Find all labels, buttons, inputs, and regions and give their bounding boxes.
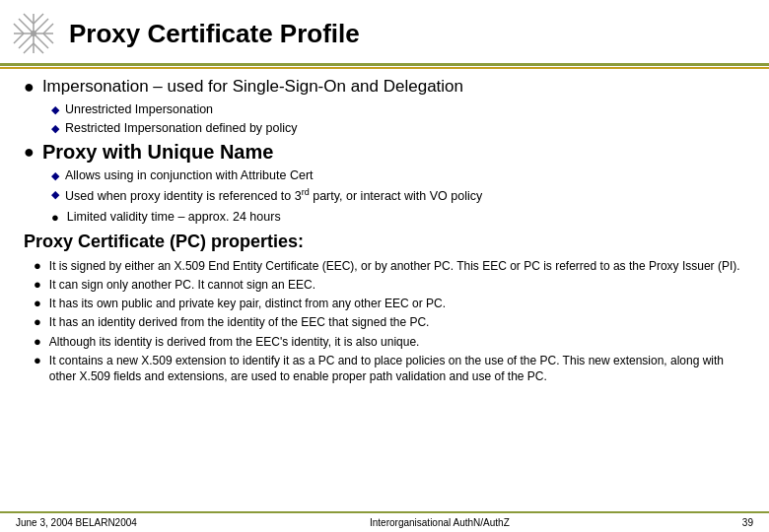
svg-line-5 (34, 14, 43, 24)
slide-footer: June 3, 2004 BELARN2004 Interorganisatio… (0, 511, 769, 532)
pc-bullet-icon-2: ● (34, 296, 41, 311)
svg-line-7 (14, 33, 24, 43)
sub-text-used-when: Used when proxy identity is referenced t… (65, 186, 482, 205)
bullet-icon-1: ● (24, 77, 35, 98)
proxy-subbullets: ◆ Allows using in conjunction with Attri… (51, 167, 745, 205)
pc-item-text-2: It has its own public and private key pa… (49, 296, 446, 311)
limited-validity-bullet: ● Limited validity time – approx. 24 hou… (51, 209, 745, 226)
pc-bullet-icon-5: ● (34, 353, 41, 368)
pc-item-2: ● It has its own public and private key … (34, 296, 745, 311)
bullet-impersonation-text: Impersonation – used for Single-Sign-On … (42, 76, 463, 98)
sub-text-unrestricted: Unrestricted Impersonation (65, 101, 213, 118)
svg-line-11 (43, 33, 53, 43)
pc-item-4: ● Although its identity is derived from … (34, 334, 745, 350)
bullet-impersonation: ● Impersonation – used for Single-Sign-O… (24, 76, 745, 98)
impersonation-subbullets: ◆ Unrestricted Impersonation ◆ Restricte… (51, 101, 745, 137)
pc-item-text-0: It is signed by either an X.509 End Enti… (49, 258, 740, 274)
pc-item-text-4: Although its identity is derived from th… (49, 334, 420, 350)
bullet-icon-2: ● (24, 142, 35, 163)
diamond-icon-1: ◆ (51, 103, 59, 116)
svg-line-4 (24, 14, 34, 24)
sub-text-allows: Allows using in conjunction with Attribu… (65, 167, 314, 184)
pc-section-title: Proxy Certificate (PC) properties: (24, 232, 745, 252)
bullet-proxy-text: Proxy with Unique Name (42, 141, 274, 164)
sub-bullet-unrestricted: ◆ Unrestricted Impersonation (51, 101, 745, 118)
sub-bullet-restricted: ◆ Restricted Impersonation defined by po… (51, 120, 745, 137)
pc-item-5: ● It contains a new X.509 extension to i… (34, 353, 745, 384)
diamond-icon-2: ◆ (51, 122, 59, 135)
diamond-icon-3: ◆ (51, 169, 59, 182)
diamond-icon-4: ◆ (51, 188, 59, 201)
svg-line-9 (34, 43, 43, 53)
svg-line-6 (14, 24, 24, 33)
sub-text-restricted: Restricted Impersonation defined by poli… (65, 120, 298, 137)
pc-item-3: ● It has an identity derived from the id… (34, 314, 745, 330)
footer-conference: Interorganisational AuthN/AuthZ (370, 517, 510, 528)
pc-bullet-icon-3: ● (34, 314, 41, 330)
pc-item-0: ● It is signed by either an X.509 End En… (34, 258, 745, 274)
pc-item-1: ● It can sign only another PC. It cannot… (34, 277, 745, 293)
pc-bullet-icon-0: ● (34, 258, 41, 274)
bullet-icon-3: ● (51, 210, 59, 226)
footer-page-number: 39 (742, 517, 753, 528)
svg-line-10 (43, 24, 53, 33)
sub-bullet-allows: ◆ Allows using in conjunction with Attri… (51, 167, 745, 184)
limited-validity-text: Limited validity time – approx. 24 hours (67, 209, 281, 226)
pc-bullets-list: ● It is signed by either an X.509 End En… (34, 258, 745, 384)
pc-item-text-5: It contains a new X.509 extension to ide… (49, 353, 745, 384)
slide-title: Proxy Certificate Profile (69, 19, 360, 49)
sub-bullet-used-when: ◆ Used when proxy identity is referenced… (51, 186, 745, 205)
logo (10, 10, 57, 57)
slide-header: Proxy Certificate Profile (0, 0, 769, 66)
bullet-proxy: ● Proxy with Unique Name (24, 141, 745, 164)
slide-container: Proxy Certificate Profile ● Impersonatio… (0, 0, 769, 532)
pc-bullet-icon-4: ● (34, 334, 41, 350)
svg-point-12 (31, 31, 36, 36)
main-content: ● Impersonation – used for Single-Sign-O… (0, 66, 769, 393)
footer-date: June 3, 2004 BELARN2004 (16, 517, 137, 528)
pc-item-text-3: It has an identity derived from the iden… (49, 314, 430, 330)
svg-line-8 (24, 43, 34, 53)
pc-bullet-icon-1: ● (34, 277, 41, 293)
pc-item-text-1: It can sign only another PC. It cannot s… (49, 277, 315, 293)
